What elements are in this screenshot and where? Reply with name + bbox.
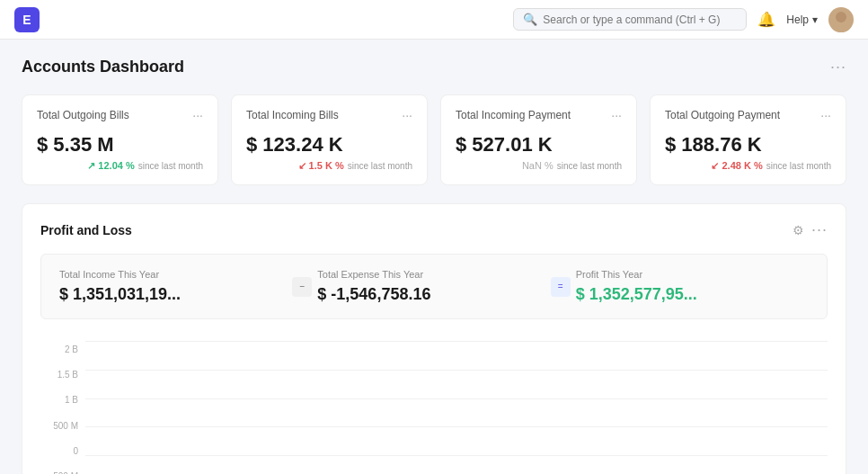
- main-content: Accounts Dashboard ··· Total Outgoing Bi…: [0, 40, 868, 474]
- summary-profit-label: Profit This Year: [576, 269, 809, 280]
- card-since-label: since last month: [138, 161, 203, 171]
- card-header: Total Incoming Payment ···: [456, 108, 622, 122]
- card-since-label: since last month: [766, 161, 831, 171]
- summary-income-value: $ 1,351,031,19...: [59, 285, 292, 304]
- help-button[interactable]: Help ▾: [786, 13, 818, 26]
- card-more-button[interactable]: ···: [611, 108, 622, 122]
- chevron-down-icon: ▾: [812, 13, 818, 26]
- card-more-button[interactable]: ···: [402, 108, 412, 122]
- panel-header: Profit and Loss ⚙ ···: [40, 220, 828, 239]
- grid-line-2: [85, 398, 828, 399]
- profit-loss-panel: Profit and Loss ⚙ ··· Total Income This …: [22, 203, 846, 474]
- summary-divider-2: =: [551, 277, 576, 297]
- chart-bars: [85, 341, 828, 474]
- card-more-button[interactable]: ···: [820, 108, 831, 122]
- card-total-incoming-payment: Total Incoming Payment ··· $ 527.01 K Na…: [440, 94, 637, 185]
- card-amount: $ 123.24 K: [246, 133, 412, 157]
- card-title: Total Outgoing Bills: [37, 109, 129, 121]
- card-header: Total Outgoing Bills ···: [37, 108, 203, 122]
- app-logo: E: [14, 7, 40, 32]
- svg-point-1: [832, 24, 850, 32]
- card-header: Total Outgoing Payment ···: [665, 108, 831, 122]
- y-label-1-5b: 1.5 B: [40, 370, 78, 380]
- card-title: Total Incoming Payment: [456, 109, 571, 121]
- summary-profit: Profit This Year $ 1,352,577,95...: [576, 269, 809, 304]
- card-amount: $ 5.35 M: [37, 133, 203, 157]
- panel-more-button[interactable]: ···: [811, 220, 828, 239]
- card-amount: $ 188.76 K: [665, 133, 831, 157]
- summary-income: Total Income This Year $ 1,351,031,19...: [59, 269, 292, 304]
- cards-grid: Total Outgoing Bills ··· $ 5.35 M ↗ 12.0…: [22, 94, 846, 185]
- card-header: Total Incoming Bills ···: [246, 108, 412, 122]
- card-footer: ↙ 2.48 K % since last month: [665, 160, 831, 172]
- svg-point-0: [836, 12, 846, 22]
- card-change-indicator: NaN %: [522, 160, 554, 171]
- page-header: Accounts Dashboard ···: [22, 58, 846, 76]
- equals-icon: =: [551, 277, 571, 297]
- help-label: Help: [786, 13, 809, 26]
- y-label-1b: 1 B: [40, 395, 78, 405]
- y-label-0: 0: [40, 446, 78, 456]
- filter-button[interactable]: ⚙: [793, 223, 804, 237]
- card-total-outgoing-bills: Total Outgoing Bills ··· $ 5.35 M ↗ 12.0…: [22, 94, 218, 185]
- summary-income-label: Total Income This Year: [59, 269, 292, 280]
- card-title: Total Outgoing Payment: [665, 109, 780, 121]
- y-label-500m: 500 M: [40, 421, 78, 431]
- card-more-button[interactable]: ···: [192, 108, 203, 122]
- y-label-2b: 2 B: [40, 344, 78, 354]
- profit-loss-chart: 2 B 1.5 B 1 B 500 M 0 -500 M 2020-2021: [40, 341, 828, 474]
- card-change-indicator: ↙ 2.48 K %: [711, 160, 762, 172]
- summary-expense: Total Expense This Year $ -1,546,758.16: [317, 269, 550, 304]
- grid-line-top: [85, 341, 828, 342]
- card-change-indicator: ↙ 1.5 K %: [298, 160, 344, 172]
- panel-title: Profit and Loss: [40, 223, 132, 237]
- topnav: E 🔍 🔔 Help ▾: [0, 0, 868, 40]
- grid-line-4: [85, 455, 828, 456]
- chart-y-labels: 2 B 1.5 B 1 B 500 M 0 -500 M: [40, 341, 78, 474]
- summary-expense-value: $ -1,546,758.16: [317, 285, 550, 304]
- card-change-indicator: ↗ 12.04 %: [87, 160, 134, 172]
- summary-row: Total Income This Year $ 1,351,031,19...…: [40, 254, 828, 319]
- card-amount: $ 527.01 K: [456, 133, 622, 157]
- search-bar[interactable]: 🔍: [513, 8, 747, 31]
- search-input[interactable]: [543, 13, 737, 26]
- minus-icon: −: [292, 277, 312, 297]
- card-footer: ↙ 1.5 K % since last month: [246, 160, 412, 172]
- card-title: Total Incoming Bills: [246, 109, 339, 121]
- summary-profit-value: $ 1,352,577,95...: [576, 285, 809, 304]
- card-total-incoming-bills: Total Incoming Bills ··· $ 123.24 K ↙ 1.…: [231, 94, 428, 185]
- card-footer: NaN % since last month: [456, 160, 622, 171]
- grid-line-1: [85, 370, 828, 371]
- panel-actions: ⚙ ···: [793, 220, 828, 239]
- card-since-label: since last month: [348, 161, 412, 171]
- bell-icon[interactable]: 🔔: [757, 11, 775, 28]
- page-title: Accounts Dashboard: [22, 58, 184, 76]
- topnav-right: 🔔 Help ▾: [757, 7, 854, 32]
- grid-line-3: [85, 426, 828, 427]
- page-more-button[interactable]: ···: [830, 58, 846, 76]
- summary-divider-1: −: [292, 277, 317, 297]
- card-total-outgoing-payment: Total Outgoing Payment ··· $ 188.76 K ↙ …: [650, 94, 846, 185]
- card-footer: ↗ 12.04 % since last month: [37, 160, 203, 172]
- card-since-label: since last month: [557, 161, 622, 171]
- avatar[interactable]: [828, 7, 854, 32]
- summary-expense-label: Total Expense This Year: [317, 269, 550, 280]
- search-icon: 🔍: [523, 13, 537, 26]
